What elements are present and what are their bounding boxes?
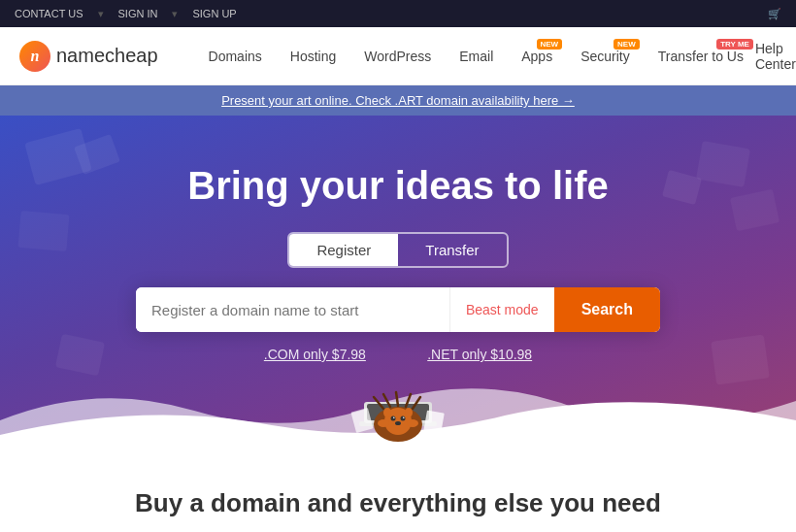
search-bar: Beast mode Search <box>136 287 660 332</box>
nav-transfer[interactable]: TRY ME Transfer to Us <box>647 27 755 85</box>
beast-mode-toggle[interactable]: Beast mode <box>449 287 554 332</box>
svg-point-17 <box>378 419 389 427</box>
top-bar-left: CONTACT US ▾ SIGN IN ▾ SIGN UP <box>15 8 237 20</box>
logo[interactable]: n namecheap <box>19 41 158 72</box>
transfer-try-badge: TRY ME <box>716 39 753 50</box>
nav-domains[interactable]: Domains <box>197 27 274 85</box>
com-pricing-link[interactable]: .COM only $7.98 <box>264 347 366 362</box>
svg-point-18 <box>407 419 418 427</box>
deco-card-br <box>711 334 770 384</box>
svg-point-15 <box>383 408 391 417</box>
deco-card-tr <box>696 141 750 187</box>
hedgehog-mascot <box>340 368 456 459</box>
net-pricing-link[interactable]: .NET only $10.98 <box>427 347 532 362</box>
announcement-link[interactable]: Present your art online. Check .ART doma… <box>221 93 575 108</box>
svg-point-16 <box>405 408 413 417</box>
logo-icon: n <box>19 41 50 72</box>
hero-title: Bring your ideas to life <box>19 164 777 208</box>
nav-wordpress[interactable]: WordPress <box>352 27 443 85</box>
top-bar: CONTACT US ▾ SIGN IN ▾ SIGN UP 🛒 <box>0 0 796 27</box>
svg-point-12 <box>393 416 395 418</box>
nav-security[interactable]: NEW Security <box>569 27 642 85</box>
deco-card-bl <box>55 334 105 377</box>
apps-new-badge: NEW <box>537 39 563 50</box>
svg-point-13 <box>403 416 405 418</box>
transfer-tab[interactable]: Transfer <box>398 234 506 266</box>
sign-in-link[interactable]: SIGN IN <box>118 8 158 20</box>
hero-section: Bring your ideas to life Register Transf… <box>0 116 796 459</box>
svg-rect-19 <box>423 411 445 435</box>
cart-icon[interactable]: 🛒 <box>768 8 781 20</box>
search-button[interactable]: Search <box>554 287 660 332</box>
announcement-bar: Present your art online. Check .ART doma… <box>0 85 796 116</box>
hero-pricing: .COM only $7.98 .NET only $10.98 <box>19 347 777 362</box>
nav-email[interactable]: Email <box>448 27 505 85</box>
main-nav: n namecheap Domains Hosting WordPress Em… <box>0 27 796 85</box>
sign-up-link[interactable]: SIGN UP <box>192 8 236 20</box>
nav-apps[interactable]: NEW Apps <box>510 27 564 85</box>
help-center-link[interactable]: Help Center <box>755 41 796 72</box>
domain-search-input[interactable] <box>136 287 449 332</box>
register-tab[interactable]: Register <box>289 234 398 266</box>
contact-us-link[interactable]: CONTACT US <box>15 8 83 20</box>
nav-hosting[interactable]: Hosting <box>279 27 348 85</box>
hero-tabs: Register Transfer <box>287 232 508 268</box>
svg-point-14 <box>395 421 401 425</box>
svg-point-10 <box>391 416 396 421</box>
svg-point-11 <box>401 416 406 421</box>
pricing-separator <box>389 347 405 362</box>
security-new-badge: NEW <box>614 39 640 50</box>
bottom-title: Buy a domain and everything else you nee… <box>19 488 777 518</box>
nav-links: Domains Hosting WordPress Email NEW Apps… <box>197 27 755 85</box>
bottom-section: Buy a domain and everything else you nee… <box>0 459 796 532</box>
logo-text: namecheap <box>56 45 158 67</box>
